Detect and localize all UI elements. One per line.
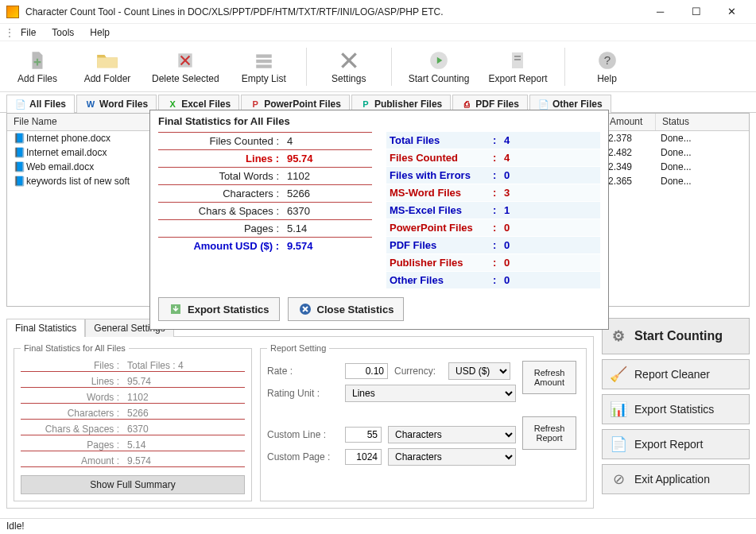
stat-value: 9.574: [284, 240, 313, 252]
add-files-button[interactable]: Add Files: [6, 44, 68, 89]
start-counting-action[interactable]: ⚙ Start Counting: [602, 318, 750, 354]
summary-row: Amount :9.574: [21, 453, 245, 469]
rate-label: Rate :: [267, 366, 339, 377]
maximize-button[interactable]: ☐: [678, 1, 714, 23]
broom-icon: 🧹: [611, 366, 626, 382]
exit-application-action[interactable]: ⊘ Exit Application: [602, 464, 750, 494]
summary-row: Words :1102: [21, 389, 245, 405]
statistics-title: Final Statistics for All Files: [158, 115, 600, 127]
report-icon: 📄: [611, 436, 626, 452]
col-amount[interactable]: Amount: [603, 114, 656, 130]
rating-unit-select[interactable]: Lines: [345, 385, 516, 402]
stat-row: Characters :5266: [158, 184, 372, 202]
summary-key: Chars & Spaces :: [21, 424, 124, 435]
close-icon: [298, 302, 312, 316]
delete-selected-label: Delete Selected: [152, 73, 219, 84]
status-cell: Done...: [656, 132, 749, 145]
file-name-cell: keywords list of new soft: [26, 176, 130, 187]
gear-icon: ⚙: [611, 328, 626, 344]
stat-key: Files Counted: [390, 152, 493, 164]
close-button[interactable]: ✕: [714, 1, 750, 23]
close-statistics-button[interactable]: Close Statistics: [288, 297, 405, 321]
stat-key: Pages :: [158, 222, 284, 234]
report-setting-legend: Report Setting: [267, 343, 329, 353]
stat-value: 0: [504, 169, 510, 181]
currency-select[interactable]: USD ($): [448, 362, 510, 380]
stat-row: Pages :5.14: [158, 219, 372, 237]
refresh-report-button[interactable]: Refresh Report: [522, 416, 576, 450]
summary-value: 5266: [124, 408, 245, 420]
svg-rect-7: [514, 59, 521, 60]
col-status[interactable]: Status: [656, 114, 749, 130]
delete-selected-button[interactable]: Delete Selected: [146, 44, 225, 89]
report-cleaner-action[interactable]: 🧹 Report Cleaner: [602, 359, 750, 389]
svg-rect-3: [256, 64, 272, 68]
rating-unit-label: Rating Unit :: [267, 388, 339, 399]
stat-value: 1: [504, 204, 510, 216]
summary-value: 95.74: [124, 376, 245, 388]
tab-label: Word Files: [99, 99, 148, 110]
custom-page-unit-select[interactable]: Characters: [388, 448, 516, 466]
stat-key: Files Counted :: [158, 135, 284, 147]
refresh-amount-button[interactable]: Refresh Amount: [522, 361, 576, 394]
stat-value: 0: [504, 257, 510, 269]
stat-value: 5266: [284, 188, 310, 199]
stat-key: Other Files: [390, 274, 493, 286]
stat-row: Amount USD ($) :9.574: [158, 237, 372, 254]
menu-tools[interactable]: Tools: [45, 25, 80, 40]
add-files-label: Add Files: [17, 73, 57, 84]
export-report-icon: [506, 49, 529, 72]
custom-line-unit-select[interactable]: Characters: [388, 426, 516, 443]
stat-key: PDF Files: [390, 239, 493, 251]
currency-label: Currency:: [394, 366, 442, 377]
tab-label: PowerPoint Files: [264, 99, 341, 110]
tab-label: PDF Files: [475, 99, 519, 110]
start-counting-button[interactable]: Start Counting: [403, 44, 475, 89]
tab-final-statistics[interactable]: Final Statistics: [6, 319, 85, 337]
stat-value: 5.14: [284, 222, 307, 234]
menu-file[interactable]: File: [14, 25, 42, 40]
word-icon: W: [85, 99, 96, 110]
summary-key: Files :: [21, 360, 124, 372]
bottom-panel: Final Statistics for All Files Files :To…: [6, 336, 594, 509]
word-file-icon: 📘: [14, 133, 25, 144]
tab-all-files[interactable]: 📄All Files: [6, 95, 75, 113]
stat-row: Lines :95.74: [158, 149, 372, 167]
summary-value: 1102: [124, 392, 245, 404]
empty-list-icon: [253, 49, 275, 72]
export-statistics-action[interactable]: 📊 Export Statistics: [602, 394, 750, 424]
statistics-left-column: Files Counted :4Lines :95.74Total Words …: [158, 132, 372, 289]
stat-key: Publisher Files: [390, 257, 493, 269]
menu-help[interactable]: Help: [83, 25, 116, 40]
show-full-summary-button[interactable]: Show Full Summary: [21, 475, 245, 494]
summary-value: 5.14: [124, 439, 245, 451]
help-button[interactable]: ? Help: [576, 44, 638, 89]
statusbar: Idle!: [0, 518, 756, 534]
export-statistics-action-label: Export Statistics: [634, 403, 714, 416]
export-report-button[interactable]: Export Report: [483, 44, 552, 89]
titlebar: Character Count Tool - Count Lines in DO…: [0, 0, 756, 24]
stat-key: Amount USD ($) :: [158, 240, 284, 252]
file-name-cell: Internet email.docx: [26, 147, 107, 158]
custom-line-label: Custom Line :: [267, 429, 339, 440]
minimize-button[interactable]: ─: [642, 1, 678, 23]
tab-word-files[interactable]: WWord Files: [76, 95, 157, 113]
file-name-cell: Internet phone.docx: [26, 133, 110, 144]
settings-button[interactable]: Settings: [318, 44, 380, 89]
play-icon: [428, 49, 450, 72]
rate-input[interactable]: [345, 363, 388, 379]
stat-row: Total Files:4: [386, 132, 600, 149]
settings-label: Settings: [331, 73, 366, 84]
stat-row: Files with Errors:0: [386, 167, 600, 184]
empty-list-button[interactable]: Empty List: [233, 44, 295, 89]
custom-line-input[interactable]: [345, 427, 382, 443]
summary-key: Pages :: [21, 439, 124, 451]
status-cell: Done...: [656, 175, 749, 188]
custom-page-input[interactable]: [345, 449, 382, 465]
excel-icon: X: [167, 99, 178, 110]
add-folder-button[interactable]: Add Folder: [76, 44, 138, 89]
stat-row: MS-Excel Files:1: [386, 202, 600, 219]
stat-row: MS-Word Files:3: [386, 184, 600, 202]
export-report-action[interactable]: 📄 Export Report: [602, 429, 750, 459]
export-statistics-button[interactable]: Export Statistics: [158, 297, 280, 321]
